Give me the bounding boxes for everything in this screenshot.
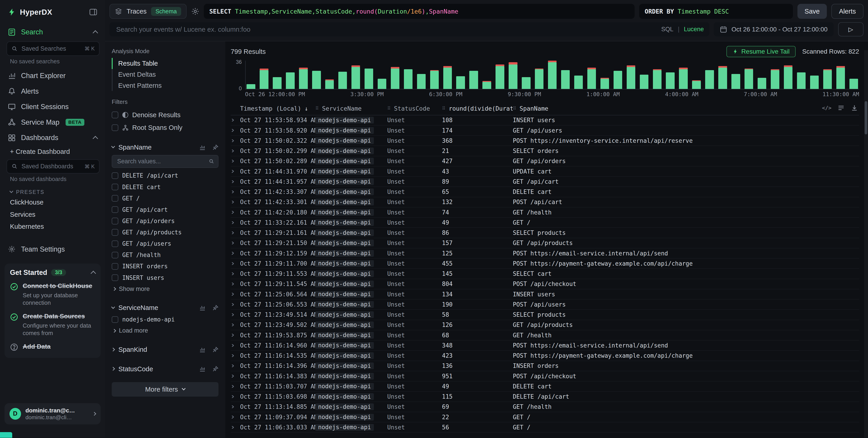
histogram-bar[interactable] bbox=[627, 61, 635, 89]
checkbox[interactable] bbox=[112, 274, 118, 281]
histogram-bar[interactable] bbox=[849, 61, 858, 89]
histogram-bar[interactable] bbox=[810, 61, 819, 89]
schema-button[interactable]: Schema bbox=[151, 7, 181, 16]
facet-header[interactable]: StatusCode bbox=[112, 363, 218, 375]
facet-value[interactable]: DELETE /api/cart bbox=[112, 170, 218, 181]
table-row[interactable]: Oct 27 11:53:58.934 AMnodejs-demo-apiUns… bbox=[231, 115, 859, 125]
event-search-input[interactable] bbox=[115, 25, 657, 34]
expand-cell[interactable] bbox=[231, 252, 240, 255]
histogram-bar[interactable] bbox=[508, 61, 517, 89]
help-launcher[interactable] bbox=[0, 432, 12, 438]
histogram-bar[interactable] bbox=[718, 61, 727, 89]
column-header-1[interactable]: ⠿ServiceName bbox=[315, 105, 387, 112]
user-menu[interactable]: D dominic.tran@c… dominic.tran@cli… bbox=[4, 403, 101, 425]
histogram-bar[interactable] bbox=[784, 61, 793, 89]
collapse-card-icon[interactable] bbox=[90, 270, 96, 276]
table-row[interactable]: Oct 27 11:29:12.159 AMnodejs-demo-apiUns… bbox=[231, 249, 859, 259]
checkbox[interactable] bbox=[112, 184, 118, 190]
histogram-bar[interactable] bbox=[535, 61, 544, 89]
expand-cell[interactable] bbox=[231, 191, 240, 193]
facet-value[interactable]: GET /api/products bbox=[112, 227, 218, 238]
expand-cell[interactable] bbox=[231, 395, 240, 398]
column-header-0[interactable]: Timestamp (Local)↓ bbox=[240, 105, 315, 112]
facet-value[interactable]: GET / bbox=[112, 193, 218, 204]
table-row[interactable]: Oct 27 11:42:33.307 AMnodejs-demo-apiUns… bbox=[231, 187, 859, 197]
checkbox[interactable] bbox=[112, 195, 118, 202]
expand-cell[interactable] bbox=[231, 375, 240, 377]
facet-more[interactable]: Load more bbox=[112, 325, 218, 336]
presets-toggle[interactable]: PRESETS bbox=[0, 186, 105, 196]
saved-dashboards-input[interactable]: Saved Dashboards ⌘ K bbox=[6, 159, 99, 174]
histogram-bar[interactable] bbox=[745, 61, 753, 89]
table-row[interactable]: Oct 27 11:29:11.545 AMnodejs-demo-apiUns… bbox=[231, 279, 859, 289]
histogram-bar[interactable] bbox=[312, 61, 321, 89]
checkbox[interactable] bbox=[112, 172, 118, 179]
table-row[interactable]: Oct 27 11:42:20.180 AMnodejs-demo-apiUns… bbox=[231, 207, 859, 217]
histogram-bar[interactable] bbox=[456, 61, 465, 89]
facet-value[interactable]: GET /api/orders bbox=[112, 215, 218, 227]
facet-value[interactable]: GET /api/cart bbox=[112, 204, 218, 215]
sort-arrow-icon[interactable]: ↓ bbox=[304, 105, 308, 112]
table-row[interactable]: Oct 27 11:42:33.301 AMnodejs-demo-apiUns… bbox=[231, 197, 859, 207]
table-row[interactable]: Oct 27 11:06:33.033 AMnodejs-demo-apiUns… bbox=[231, 422, 859, 433]
histogram-bar[interactable] bbox=[417, 61, 426, 89]
table-row[interactable]: Oct 27 11:15:03.698 AMnodejs-demo-apiUns… bbox=[231, 391, 859, 402]
histogram-bar[interactable] bbox=[391, 61, 399, 89]
facet-value[interactable]: INSERT orders bbox=[112, 261, 218, 272]
column-header-4[interactable]: ⠿SpanName bbox=[513, 105, 859, 112]
histogram-bar[interactable] bbox=[679, 61, 687, 89]
expand-cell[interactable] bbox=[231, 293, 240, 295]
checkbox[interactable] bbox=[112, 263, 118, 270]
sidebar-item-chart-explorer[interactable]: Chart Explorer bbox=[0, 68, 105, 83]
expand-cell[interactable] bbox=[231, 283, 240, 285]
facet-pin-icon[interactable] bbox=[212, 347, 218, 353]
histogram-bar[interactable] bbox=[286, 61, 294, 89]
facet-value[interactable]: nodejs-demo-api bbox=[112, 314, 218, 325]
histogram-bar[interactable] bbox=[757, 61, 766, 89]
table-row[interactable]: Oct 27 11:29:21.150 AMnodejs-demo-apiUns… bbox=[231, 238, 859, 249]
expand-cell[interactable] bbox=[231, 139, 240, 142]
expand-cell[interactable] bbox=[231, 313, 240, 316]
expand-cell[interactable] bbox=[231, 405, 240, 408]
expand-cell[interactable] bbox=[231, 231, 240, 234]
table-row[interactable]: Oct 27 11:16:14.396 AMnodejs-demo-apiUns… bbox=[231, 361, 859, 371]
table-row[interactable]: Oct 27 11:29:11.700 AMnodejs-demo-apiUns… bbox=[231, 259, 859, 269]
histogram-bar[interactable] bbox=[732, 61, 740, 89]
sidebar-item-search[interactable]: Search bbox=[0, 24, 105, 40]
expand-cell[interactable] bbox=[231, 385, 240, 388]
get-started-step[interactable]: Connect to ClickHouseSet up your databas… bbox=[10, 282, 95, 306]
more-filters-button[interactable]: More filters bbox=[112, 382, 218, 397]
histogram-bar[interactable] bbox=[653, 61, 661, 89]
sidebar-item-team-settings[interactable]: Team Settings bbox=[0, 241, 105, 257]
histogram-bar[interactable] bbox=[404, 61, 412, 89]
expand-cell[interactable] bbox=[231, 416, 240, 418]
table-row[interactable]: Oct 27 11:50:02.289 AMnodejs-demo-apiUns… bbox=[231, 156, 859, 167]
expand-cell[interactable] bbox=[231, 129, 240, 132]
facet-value[interactable]: GET /health bbox=[112, 249, 218, 261]
table-row[interactable]: Oct 27 11:09:37.094 AMnodejs-demo-apiUns… bbox=[231, 412, 859, 422]
analysis-mode-option[interactable]: Event Deltas bbox=[112, 69, 218, 80]
get-started-step[interactable]: Add Data bbox=[10, 343, 95, 353]
get-started-step[interactable]: Create Data SourcesConfigure where your … bbox=[10, 312, 95, 337]
expand-cell[interactable] bbox=[231, 354, 240, 357]
histogram-bar[interactable] bbox=[692, 61, 701, 89]
checkbox[interactable] bbox=[112, 206, 118, 213]
sidebar-item-dashboards[interactable]: Dashboards bbox=[0, 130, 105, 145]
table-row[interactable]: Oct 27 11:23:49.502 AMnodejs-demo-apiUns… bbox=[231, 320, 859, 330]
facet-chart-icon[interactable] bbox=[199, 366, 205, 372]
histogram-bar[interactable] bbox=[666, 61, 674, 89]
filter-toggle[interactable]: Denoise Results bbox=[112, 109, 218, 121]
drag-handle-icon[interactable]: ⠿ bbox=[315, 106, 319, 111]
table-row[interactable]: Oct 27 11:44:31.957 AMnodejs-demo-apiUns… bbox=[231, 177, 859, 187]
facet-value[interactable]: INSERT users bbox=[112, 272, 218, 284]
sidebar-item-client-sessions[interactable]: Client Sessions bbox=[0, 99, 105, 114]
mode-lucene-toggle[interactable]: Lucene bbox=[684, 26, 704, 33]
checkbox[interactable] bbox=[112, 112, 118, 118]
histogram-bar[interactable] bbox=[325, 61, 334, 89]
table-row[interactable]: Oct 27 11:50:02.322 AMnodejs-demo-apiUns… bbox=[231, 136, 859, 146]
date-range-picker[interactable]: Oct 26 12:00:00 - Oct 27 12:00:00 bbox=[714, 22, 834, 37]
expand-cell[interactable] bbox=[231, 221, 240, 224]
histogram-bar[interactable] bbox=[338, 61, 347, 89]
expand-cell[interactable] bbox=[231, 201, 240, 203]
histogram-bar[interactable] bbox=[273, 61, 281, 89]
